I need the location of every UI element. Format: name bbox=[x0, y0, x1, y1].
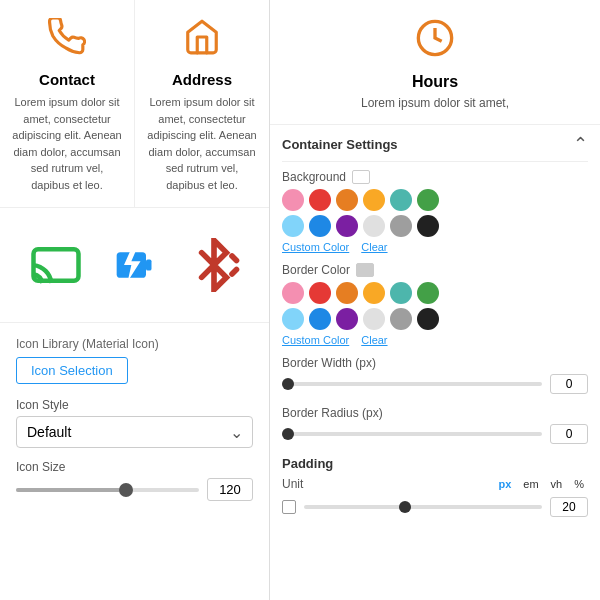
color-dot[interactable] bbox=[309, 308, 331, 330]
icon-size-label: Icon Size bbox=[16, 460, 253, 474]
contact-title: Contact bbox=[39, 71, 95, 88]
background-swatch[interactable] bbox=[352, 170, 370, 184]
border-color-links: Custom Color Clear bbox=[282, 334, 588, 346]
icon-size-track[interactable] bbox=[16, 488, 199, 492]
color-dot[interactable] bbox=[282, 282, 304, 304]
padding-section: Padding Unit px em vh % bbox=[282, 456, 588, 517]
icon-style-row: Icon Style Default ⌄ bbox=[16, 398, 253, 448]
padding-controls bbox=[282, 497, 588, 517]
color-dot[interactable] bbox=[309, 189, 331, 211]
padding-lock-checkbox[interactable] bbox=[282, 500, 296, 514]
icon-library-label: Icon Library (Material Icon) bbox=[16, 337, 253, 351]
color-dot[interactable] bbox=[336, 215, 358, 237]
address-text: Lorem ipsum dolor sit amet, consectetur … bbox=[145, 94, 259, 193]
clear-link[interactable]: Clear bbox=[361, 241, 387, 253]
address-title: Address bbox=[172, 71, 232, 88]
color-dot[interactable] bbox=[417, 308, 439, 330]
icon-style-select-wrapper: Default ⌄ bbox=[16, 416, 253, 448]
unit-px-button[interactable]: px bbox=[494, 477, 515, 491]
battery-charging-icon bbox=[113, 238, 157, 292]
border-width-track[interactable] bbox=[282, 382, 542, 386]
hours-card: Hours Lorem ipsum dolor sit amet, bbox=[270, 0, 600, 125]
padding-thumb[interactable] bbox=[399, 501, 411, 513]
border-radius-track[interactable] bbox=[282, 432, 542, 436]
padding-track[interactable] bbox=[304, 505, 542, 509]
unit-options: px em vh % bbox=[494, 477, 588, 491]
color-dot[interactable] bbox=[309, 282, 331, 304]
cast-icon bbox=[29, 238, 83, 292]
color-dot[interactable] bbox=[336, 308, 358, 330]
color-dot[interactable] bbox=[390, 282, 412, 304]
color-dot[interactable] bbox=[363, 308, 385, 330]
icons-row bbox=[0, 208, 269, 323]
border-width-row: Border Width (px) bbox=[282, 356, 588, 394]
border-color-label: Border Color bbox=[282, 263, 588, 277]
color-dot[interactable] bbox=[363, 282, 385, 304]
color-dot[interactable] bbox=[282, 215, 304, 237]
color-dot[interactable] bbox=[417, 282, 439, 304]
border-clear-link[interactable]: Clear bbox=[361, 334, 387, 346]
unit-em-button[interactable]: em bbox=[519, 477, 542, 491]
color-dot[interactable] bbox=[282, 308, 304, 330]
phone-icon bbox=[48, 18, 86, 65]
border-radius-thumb[interactable] bbox=[282, 428, 294, 440]
contact-text: Lorem ipsum dolor sit amet, consectetur … bbox=[10, 94, 124, 193]
icon-selection-button[interactable]: Icon Selection bbox=[16, 357, 128, 384]
container-settings: Container Settings ⌃ Background bbox=[270, 125, 600, 600]
collapse-icon[interactable]: ⌃ bbox=[573, 133, 588, 155]
background-section: Background Custom Color C bbox=[282, 170, 588, 253]
color-dot[interactable] bbox=[417, 189, 439, 211]
background-palette-row2 bbox=[282, 215, 588, 237]
padding-value[interactable] bbox=[550, 497, 588, 517]
border-radius-row: Border Radius (px) bbox=[282, 406, 588, 444]
border-width-label: Border Width (px) bbox=[282, 356, 588, 370]
bluetooth-icon bbox=[187, 238, 241, 292]
border-width-slider-row bbox=[282, 374, 588, 394]
border-color-swatch[interactable] bbox=[356, 263, 374, 277]
svg-line-5 bbox=[232, 270, 237, 275]
border-color-section: Border Color Custom Color bbox=[282, 263, 588, 346]
clock-icon bbox=[415, 18, 455, 67]
color-dot[interactable] bbox=[336, 189, 358, 211]
left-panel: Contact Lorem ipsum dolor sit amet, cons… bbox=[0, 0, 270, 600]
border-custom-color-link[interactable]: Custom Color bbox=[282, 334, 349, 346]
home-icon bbox=[183, 18, 221, 65]
container-settings-title: Container Settings bbox=[282, 137, 398, 152]
border-radius-slider-row bbox=[282, 424, 588, 444]
contact-card: Contact Lorem ipsum dolor sit amet, cons… bbox=[0, 0, 135, 207]
border-palette-row1 bbox=[282, 282, 588, 304]
unit-percent-button[interactable]: % bbox=[570, 477, 588, 491]
color-dot[interactable] bbox=[390, 189, 412, 211]
color-dot[interactable] bbox=[309, 215, 331, 237]
icon-size-value[interactable] bbox=[207, 478, 253, 501]
color-dot[interactable] bbox=[363, 189, 385, 211]
unit-row: Unit px em vh % bbox=[282, 477, 588, 491]
color-dot[interactable] bbox=[390, 308, 412, 330]
color-dot[interactable] bbox=[336, 282, 358, 304]
color-dot[interactable] bbox=[417, 215, 439, 237]
color-dot[interactable] bbox=[390, 215, 412, 237]
cards-row: Contact Lorem ipsum dolor sit amet, cons… bbox=[0, 0, 269, 208]
custom-color-link[interactable]: Custom Color bbox=[282, 241, 349, 253]
border-width-thumb[interactable] bbox=[282, 378, 294, 390]
right-panel: Hours Lorem ipsum dolor sit amet, Contai… bbox=[270, 0, 600, 600]
hours-title: Hours bbox=[412, 73, 458, 91]
icon-style-label: Icon Style bbox=[16, 398, 253, 412]
padding-title: Padding bbox=[282, 456, 588, 471]
address-card: Address Lorem ipsum dolor sit amet, cons… bbox=[135, 0, 269, 207]
icon-size-row: Icon Size bbox=[16, 460, 253, 501]
container-settings-header: Container Settings ⌃ bbox=[282, 125, 588, 162]
color-dot[interactable] bbox=[363, 215, 385, 237]
background-label: Background bbox=[282, 170, 588, 184]
border-palette-row2 bbox=[282, 308, 588, 330]
unit-label: Unit bbox=[282, 477, 303, 491]
color-dot[interactable] bbox=[282, 189, 304, 211]
svg-line-4 bbox=[232, 256, 237, 261]
unit-vh-button[interactable]: vh bbox=[547, 477, 567, 491]
icon-size-thumb[interactable] bbox=[119, 483, 133, 497]
settings-section: Icon Library (Material Icon) Icon Select… bbox=[0, 323, 269, 600]
border-radius-value[interactable] bbox=[550, 424, 588, 444]
icon-style-select[interactable]: Default bbox=[16, 416, 253, 448]
border-width-value[interactable] bbox=[550, 374, 588, 394]
hours-text: Lorem ipsum dolor sit amet, bbox=[361, 96, 509, 110]
